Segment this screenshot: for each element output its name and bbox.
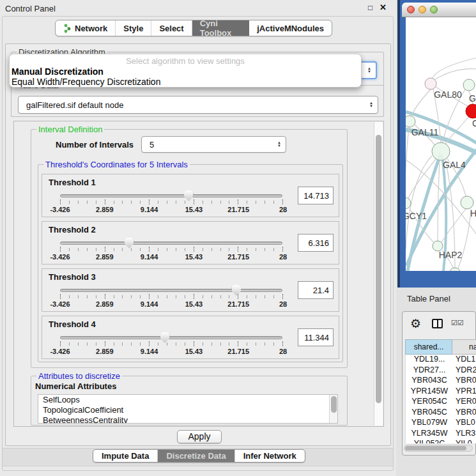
close-traffic-light-icon[interactable] bbox=[407, 6, 415, 13]
control-panel: Control Panel □ ✕ Network Style Select C bbox=[0, 0, 396, 476]
number-of-intervals-value: 5 bbox=[150, 140, 154, 150]
list-vertical-scrollbar[interactable] bbox=[329, 395, 337, 423]
table-data-group: Table Data galFiltered.sif default node … bbox=[11, 85, 384, 117]
numerical-attributes-list[interactable]: SelfLoops TopologicalCoefficient Between… bbox=[38, 394, 338, 424]
tab-style-label: Style bbox=[123, 24, 143, 33]
threshold-4-label: Threshold 4 bbox=[49, 319, 96, 329]
node-gal4[interactable] bbox=[432, 142, 450, 160]
scrollbar-thumb[interactable] bbox=[331, 396, 337, 413]
node-table: shared... name YDL19...YDL1 YDR27...YDR2… bbox=[405, 339, 476, 443]
list-item[interactable]: TopologicalCoefficient bbox=[38, 405, 337, 415]
slider-minor-ticks bbox=[60, 342, 283, 346]
threshold-3-value-field[interactable] bbox=[298, 281, 334, 299]
tab-impute-data[interactable]: Impute Data bbox=[93, 450, 158, 462]
table-row[interactable]: YBR043CYBR0 bbox=[406, 376, 476, 387]
threshold-4-panel: Threshold 4 -3.426 2.859 9.144 21.715 bbox=[42, 316, 339, 359]
node-gal11[interactable] bbox=[406, 116, 415, 127]
settings-vertical-scrollbar[interactable] bbox=[374, 122, 383, 426]
network-window-titlebar[interactable] bbox=[402, 3, 476, 17]
network-graph: GAL80 GA C GAL11 GAL4 GCY1 H HAP2 bbox=[406, 17, 476, 271]
slider-track[interactable] bbox=[60, 194, 282, 197]
threshold-3-slider[interactable]: -3.426 2.859 9.144 15.43 21.715 28 bbox=[60, 284, 283, 311]
slider-tick-labels: -3.426 2.859 9.144 15.43 21.715 28 bbox=[60, 253, 283, 261]
split-columns-icon[interactable] bbox=[432, 319, 443, 328]
threshold-2-value-field[interactable] bbox=[298, 234, 334, 252]
node[interactable] bbox=[449, 268, 461, 271]
tab-discretize-data[interactable]: Discretize Data bbox=[158, 450, 234, 462]
combobox-stepper-icon[interactable]: ▲▼ bbox=[367, 63, 371, 78]
table-row[interactable]: YDR27...YDR2 bbox=[406, 365, 476, 376]
threshold-1-value-field[interactable] bbox=[298, 187, 334, 204]
threshold-4-slider[interactable]: -3.426 2.859 9.144 21.715 15.43 28 bbox=[60, 332, 283, 358]
gear-icon[interactable]: ⚙ bbox=[410, 316, 421, 331]
node-label: GAL80 bbox=[434, 89, 462, 100]
column-header-shared-name[interactable]: shared... bbox=[405, 339, 452, 355]
node-h[interactable] bbox=[461, 196, 473, 209]
number-of-intervals-combobox[interactable]: 5 ▲▼ bbox=[141, 136, 286, 153]
zoom-traffic-light-icon[interactable] bbox=[430, 6, 438, 13]
tab-select-label: Select bbox=[159, 24, 183, 33]
list-item[interactable]: BetweennessCentrality bbox=[38, 415, 337, 424]
slider-minor-ticks bbox=[60, 201, 283, 204]
tab-infer-network[interactable]: Infer Network bbox=[235, 450, 305, 462]
node-label: HAP2 bbox=[439, 250, 463, 260]
apply-button[interactable]: Apply bbox=[177, 430, 222, 443]
minimize-traffic-light-icon[interactable] bbox=[418, 6, 426, 13]
tab-cyni-toolbox-label: Cyni Toolbox bbox=[200, 20, 242, 36]
table-row[interactable]: YER054CYER0 bbox=[406, 397, 476, 408]
tab-network[interactable]: Network bbox=[56, 20, 116, 36]
combobox-stepper-icon[interactable]: ▲▼ bbox=[277, 137, 281, 152]
list-item[interactable]: SelfLoops bbox=[38, 395, 337, 405]
table-row[interactable]: YBR045CYBR0 bbox=[406, 408, 476, 418]
number-of-intervals-label: Number of Intervals bbox=[56, 140, 134, 150]
node-gal80[interactable] bbox=[425, 78, 436, 89]
tab-jactivemnodules[interactable]: jActiveMNodules bbox=[249, 20, 332, 36]
combobox-stepper-icon[interactable]: ▲▼ bbox=[369, 96, 373, 113]
table-row[interactable]: YIL052CYIL0 bbox=[406, 439, 476, 443]
menu-item-manual-discretization[interactable]: Manual Discretization bbox=[12, 66, 104, 77]
network-canvas[interactable]: GAL80 GA C GAL11 GAL4 GCY1 H HAP2 bbox=[406, 17, 476, 271]
table-row[interactable]: YLR345WYLR3 bbox=[406, 429, 476, 440]
table-horizontal-scrollbar[interactable] bbox=[404, 445, 473, 452]
menu-item-equal-width-frequency[interactable]: Equal Width/Frequency Discretization bbox=[12, 77, 160, 87]
table-panel-title: Table Panel bbox=[407, 294, 450, 303]
attributes-to-discretize-label: Attributes to discretize bbox=[36, 371, 122, 381]
slider-track[interactable] bbox=[60, 242, 282, 245]
table-body[interactable]: YDL19...YDL1 YDR27...YDR2 YBR043CYBR0 YP… bbox=[405, 355, 476, 443]
select-columns-checkboxes-icon[interactable]: ☑☑ bbox=[451, 319, 464, 327]
slider-track[interactable] bbox=[60, 336, 282, 339]
threshold-3-label: Threshold 3 bbox=[49, 272, 96, 282]
node-label: GCY1 bbox=[406, 211, 427, 221]
scrollbar-thumb[interactable] bbox=[376, 135, 381, 403]
column-header-name[interactable]: name bbox=[452, 339, 476, 355]
node-label: H bbox=[470, 208, 476, 219]
threshold-4-value-field[interactable] bbox=[298, 328, 334, 346]
table-row[interactable]: YDL19...YDL1 bbox=[406, 355, 476, 365]
scrollbar-thumb[interactable] bbox=[405, 446, 466, 450]
table-data-value: galFiltered.sif default node bbox=[26, 100, 123, 110]
float-window-icon[interactable]: □ bbox=[368, 3, 372, 12]
table-panel: ⚙ ☑☑ shared... name YDL19...YDL1 YDR27..… bbox=[402, 311, 476, 456]
slider-tick-labels: -3.426 2.859 9.144 15.43 21.715 28 bbox=[60, 206, 283, 214]
node-label: GAL11 bbox=[411, 127, 439, 137]
table-row[interactable]: YBL079WYBL0 bbox=[406, 418, 476, 429]
network-view-window: GAL80 GA C GAL11 GAL4 GCY1 H HAP2 bbox=[397, 0, 476, 288]
slider-minor-ticks bbox=[60, 248, 283, 251]
table-data-combobox[interactable]: galFiltered.sif default node ▲▼ bbox=[18, 96, 378, 114]
slider-tick-labels: -3.426 2.859 9.144 15.43 21.715 28 bbox=[60, 300, 283, 309]
panel-title: Control Panel bbox=[5, 4, 56, 13]
interval-definition-label: Interval Definition bbox=[36, 125, 104, 134]
tab-network-label: Network bbox=[75, 24, 107, 33]
node-gcy1[interactable] bbox=[406, 197, 411, 209]
slider-track[interactable] bbox=[60, 289, 282, 292]
tab-select[interactable]: Select bbox=[151, 20, 192, 36]
threshold-1-slider[interactable]: -3.426 2.859 9.144 15.43 21.715 28 bbox=[60, 190, 283, 217]
tab-impute-data-label: Impute Data bbox=[102, 451, 149, 461]
table-row[interactable]: YPR145WYPR1 bbox=[406, 387, 476, 397]
tab-style[interactable]: Style bbox=[116, 20, 151, 36]
tab-cyni-toolbox[interactable]: Cyni Toolbox bbox=[192, 20, 250, 36]
table-panel-toolbar: ⚙ ☑☑ bbox=[403, 312, 475, 337]
threshold-2-slider[interactable]: -3.426 2.859 9.144 15.43 21.715 28 bbox=[60, 237, 283, 264]
node[interactable] bbox=[463, 79, 475, 91]
close-panel-icon[interactable]: ✕ bbox=[380, 3, 387, 12]
